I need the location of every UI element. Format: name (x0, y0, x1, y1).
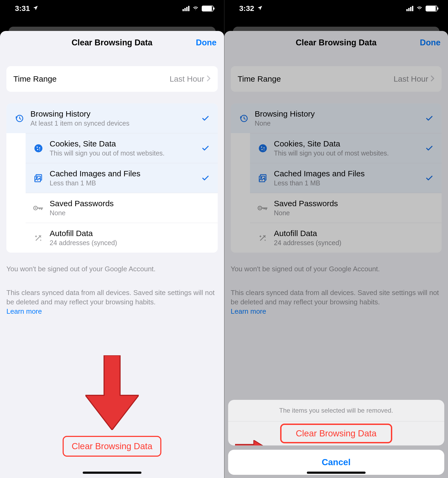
location-icon (33, 4, 38, 13)
row-subtitle: 24 addresses (synced) (274, 239, 419, 247)
wand-icon (257, 233, 269, 243)
checkmark-icon (200, 174, 211, 182)
svg-point-24 (259, 207, 260, 209)
history-icon (13, 114, 25, 123)
status-bar: 3:32 (224, 0, 448, 17)
image-icon (33, 173, 44, 183)
row-subtitle: At least 1 item on synced devices (30, 120, 195, 127)
time-range-value: Last Hour (394, 74, 428, 83)
done-button[interactable]: Done (420, 38, 441, 47)
cached-images-row[interactable]: Cached Images and Files Less than 1 MB (26, 163, 218, 193)
nav-bar: Clear Browsing Data Done (224, 31, 448, 54)
row-subtitle: This will sign you out of most websites. (274, 149, 419, 157)
browsing-history-row[interactable]: Browsing History None (231, 103, 442, 133)
svg-point-17 (263, 147, 265, 149)
row-title: Browsing History (255, 109, 419, 118)
svg-point-19 (264, 149, 264, 150)
page-title: Clear Browsing Data (72, 38, 152, 47)
battery-icon (202, 6, 213, 11)
cookies-row[interactable]: Cookies, Site Data This will sign you ou… (250, 133, 442, 163)
checkmark-icon (424, 114, 435, 122)
action-sheet: The items you selected will be removed. … (228, 400, 445, 475)
time-range-label: Time Range (13, 74, 57, 83)
footnote-synced: This clears synced data from all devices… (0, 288, 224, 316)
row-title: Cached Images and Files (50, 169, 195, 178)
key-icon (257, 205, 269, 211)
chevron-right-icon (430, 74, 435, 83)
svg-point-2 (37, 146, 38, 148)
time-range-value: Last Hour (169, 74, 204, 83)
checkmark-icon (424, 174, 435, 182)
row-title: Cookies, Site Data (274, 139, 419, 148)
row-subtitle: None (274, 209, 419, 217)
svg-rect-13 (39, 208, 40, 209)
svg-point-18 (261, 149, 263, 150)
row-subtitle: Less than 1 MB (50, 179, 195, 187)
image-icon (257, 173, 269, 183)
cached-images-row[interactable]: Cached Images and Files Less than 1 MB (250, 163, 442, 193)
saved-passwords-row[interactable]: Saved Passwords None (250, 193, 442, 223)
svg-point-10 (35, 207, 36, 209)
svg-point-15 (259, 144, 267, 152)
row-title: Saved Passwords (50, 199, 195, 208)
action-sheet-clear-button[interactable]: Clear Browsing Data (228, 421, 445, 445)
time-range-row[interactable]: Time Range Last Hour (231, 66, 442, 92)
learn-more-link[interactable]: Learn more (6, 307, 42, 315)
clear-browsing-data-button[interactable]: Clear Browsing Data (62, 436, 161, 457)
autofill-row[interactable]: Autofill Data 24 addresses (synced) (26, 223, 218, 253)
row-title: Browsing History (30, 109, 195, 118)
wifi-icon (416, 4, 423, 13)
svg-point-1 (34, 144, 42, 152)
row-subtitle: 24 addresses (synced) (50, 239, 195, 247)
svg-point-16 (261, 146, 262, 148)
checkmark-icon (424, 144, 435, 152)
svg-point-4 (37, 149, 38, 150)
home-indicator[interactable] (83, 472, 141, 474)
status-time: 3:32 (239, 4, 254, 13)
action-sheet-title: The items you selected will be removed. (228, 400, 445, 421)
time-range-label: Time Range (238, 74, 281, 83)
annotation-arrow-down-icon (85, 355, 139, 430)
browsing-history-row[interactable]: Browsing History At least 1 item on sync… (6, 103, 218, 133)
battery-icon (426, 6, 437, 11)
svg-rect-12 (41, 208, 42, 210)
footnote-signout: You won't be signed out of your Google A… (0, 264, 224, 274)
settings-sheet: Clear Browsing Data Done Time Range Last… (0, 31, 224, 478)
done-button[interactable]: Done (196, 38, 217, 47)
phone-right: 3:32 Clear Browsing Data Done Time Range (224, 0, 448, 478)
history-icon (238, 114, 249, 123)
time-range-section: Time Range Last Hour (6, 66, 218, 92)
row-subtitle: This will sign you out of most websites. (50, 149, 195, 157)
home-indicator[interactable] (307, 472, 366, 474)
wand-icon (33, 233, 44, 243)
page-title: Clear Browsing Data (296, 38, 376, 47)
nav-bar: Clear Browsing Data Done (0, 31, 224, 54)
cookies-row[interactable]: Cookies, Site Data This will sign you ou… (26, 133, 218, 163)
checkmark-icon (200, 114, 211, 122)
annotation-arrow-right-icon (235, 440, 267, 445)
action-sheet-cancel-button[interactable]: Cancel (228, 450, 445, 475)
row-subtitle: Less than 1 MB (274, 179, 419, 187)
learn-more-link[interactable]: Learn more (231, 307, 266, 315)
time-range-section: Time Range Last Hour (231, 66, 442, 92)
time-range-row[interactable]: Time Range Last Hour (6, 66, 218, 92)
svg-point-8 (36, 177, 38, 178)
autofill-row[interactable]: Autofill Data 24 addresses (synced) (250, 223, 442, 253)
svg-rect-26 (265, 208, 267, 210)
cellular-icon (406, 6, 413, 11)
svg-rect-27 (264, 208, 265, 209)
cellular-icon (183, 6, 189, 11)
row-title: Cached Images and Files (274, 169, 419, 178)
row-title: Autofill Data (274, 229, 419, 238)
row-title: Cookies, Site Data (50, 139, 195, 148)
location-icon (257, 4, 263, 13)
footnote-signout: You won't be signed out of your Google A… (224, 264, 448, 274)
row-subtitle: None (255, 120, 419, 127)
saved-passwords-row[interactable]: Saved Passwords None (26, 193, 218, 223)
svg-point-3 (39, 147, 40, 149)
cookie-icon (257, 144, 269, 153)
row-subtitle: None (50, 209, 195, 217)
footnote-synced: This clears synced data from all devices… (224, 288, 448, 316)
key-icon (33, 205, 44, 211)
svg-point-5 (39, 149, 40, 150)
